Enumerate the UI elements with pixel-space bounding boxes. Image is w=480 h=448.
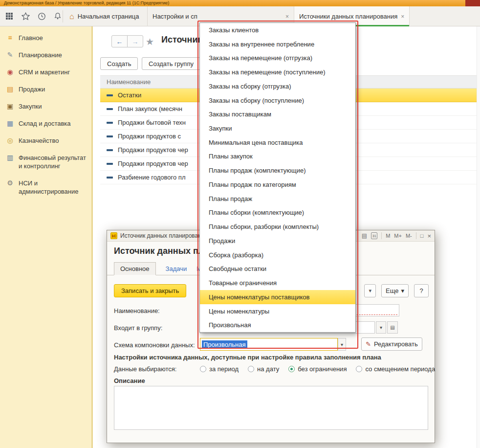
- row-label: План закупок (месячн: [118, 105, 182, 112]
- row-label: Продажи продуктов чер: [118, 160, 188, 167]
- dropdown-item-highlighted[interactable]: Цены номенклатуры поставщиков: [200, 290, 355, 304]
- tab-close-icon[interactable]: ×: [401, 13, 404, 20]
- schema-dropdown-list: Заказы клиентов Заказы на внутреннее пот…: [199, 22, 356, 333]
- dropdown-item[interactable]: Товарные ограничения: [200, 276, 355, 290]
- dropdown-item[interactable]: Планы продаж по категориям: [200, 178, 355, 192]
- window-close-button[interactable]: [465, 0, 480, 6]
- more-button[interactable]: Еще ▾: [381, 284, 409, 297]
- sidebar-item-admin[interactable]: НСИ и администрирование: [0, 175, 91, 200]
- description-label: Описание: [114, 377, 145, 384]
- data-source-icon: [107, 177, 113, 179]
- tab-close-icon[interactable]: ×: [285, 13, 289, 20]
- radio-icon: [248, 366, 254, 372]
- radio-option-no-limit[interactable]: без ограничения: [288, 365, 347, 373]
- row-label: Разбиение годового пл: [118, 174, 186, 181]
- create-group-button[interactable]: Создать группу: [142, 57, 200, 70]
- sidebar-item-label: НСИ и администрирование: [19, 179, 88, 196]
- sales-icon: [6, 85, 14, 93]
- sidebar-item-sales[interactable]: Продажи: [0, 81, 91, 98]
- data-source-icon: [107, 135, 113, 137]
- sidebar-item-treasury[interactable]: Казначейство: [0, 132, 91, 149]
- dropdown-item[interactable]: Свободные остатки: [200, 262, 355, 276]
- favorites-star-icon[interactable]: [20, 10, 31, 22]
- admin-icon: [6, 179, 14, 196]
- treasury-icon: [6, 136, 14, 145]
- save-and-close-button[interactable]: Записать и закрыть: [114, 284, 186, 297]
- help-button[interactable]: ?: [414, 284, 429, 297]
- back-button[interactable]: ←: [111, 35, 128, 47]
- group-dropdown-button[interactable]: ▾: [376, 321, 386, 334]
- edit-button[interactable]: Редактировать: [361, 337, 422, 351]
- more-button-label: Еще: [386, 287, 398, 294]
- window-title: Демонстрационная база / Управление торго…: [4, 0, 169, 5]
- dropdown-item[interactable]: Заказы на сборку (поступление): [200, 93, 355, 108]
- dropdown-item[interactable]: Планы продаж: [200, 192, 355, 206]
- dropdown-item[interactable]: Планы сборки, разборки (комплекты): [200, 220, 355, 234]
- dropdown-item[interactable]: Заказы поставщикам: [200, 107, 355, 121]
- calc-m-minus-button[interactable]: M-: [406, 233, 412, 239]
- sidebar-item-warehouse[interactable]: Склад и доставка: [0, 115, 91, 132]
- warehouse-icon: [6, 119, 14, 128]
- dropdown-item[interactable]: Заказы клиентов: [200, 23, 355, 37]
- tab-general[interactable]: Основное: [114, 262, 156, 275]
- header-separator: [416, 232, 416, 239]
- tab-label: Начальная страница: [78, 13, 139, 20]
- dialog-restore-button[interactable]: □: [420, 233, 424, 239]
- sidebar-item-crm[interactable]: CRM и маркетинг: [0, 64, 91, 81]
- history-icon[interactable]: [36, 10, 47, 22]
- group-open-button[interactable]: ▤: [387, 321, 398, 334]
- tab-tasks[interactable]: Задачи: [166, 263, 187, 275]
- data-source-icon: [107, 108, 113, 110]
- dropdown-item[interactable]: Планы закупок: [200, 150, 355, 164]
- settings-section-title: Настройки источника данных, доступные пр…: [114, 354, 429, 361]
- dropdown-item[interactable]: Заказы на перемещение (поступление): [200, 65, 355, 79]
- radio-icon: [356, 366, 362, 372]
- calc-m-button[interactable]: M: [386, 233, 390, 239]
- group-field-label: Входит в группу:: [114, 324, 162, 332]
- calc-m-plus-button[interactable]: M+: [394, 233, 402, 239]
- dropdown-item[interactable]: Планы продаж (комплектующие): [200, 163, 355, 178]
- tab-label: Источники данных планирования: [299, 13, 397, 20]
- dropdown-item[interactable]: Продажи: [200, 234, 355, 248]
- forward-button[interactable]: →: [127, 35, 143, 47]
- dropdown-item[interactable]: Сборка (разборка): [200, 248, 355, 262]
- dropdown-item[interactable]: Произвольная: [200, 318, 355, 332]
- sidebar-item-planning[interactable]: Планирование: [0, 46, 91, 64]
- sidebar-item-main[interactable]: Главное: [0, 29, 91, 46]
- data-source-icon: [107, 163, 113, 165]
- dropdown-item[interactable]: Заказы на перемещение (отгрузка): [200, 51, 355, 65]
- calendar-icon[interactable]: 31: [371, 232, 377, 239]
- dropdown-item[interactable]: Заказы на внутреннее потребление: [200, 37, 355, 51]
- dropdown-item[interactable]: Заказы на сборку (отгрузка): [200, 79, 355, 93]
- sidebar-item-label: Планирование: [19, 51, 62, 59]
- split-dropdown-button[interactable]: ▾: [364, 284, 376, 297]
- vertical-scrollbar[interactable]: [477, 26, 480, 448]
- planning-icon: [6, 51, 14, 59]
- radio-option-period[interactable]: за период: [200, 365, 239, 373]
- sidebar-item-purchases[interactable]: Закупки: [0, 98, 91, 115]
- dropdown-item[interactable]: Планы сборки (комплектующие): [200, 206, 355, 220]
- dropdown-item[interactable]: Минимальная цена поставщика: [200, 135, 355, 150]
- radio-option-date[interactable]: на дату: [248, 365, 279, 373]
- description-textarea[interactable]: [114, 386, 428, 430]
- schema-dropdown-button[interactable]: ▾: [338, 338, 346, 351]
- dialog-close-button[interactable]: ×: [427, 232, 431, 240]
- radio-option-period-shift[interactable]: со смещением периода: [356, 365, 435, 373]
- header-separator: [381, 232, 382, 239]
- data-source-icon: [107, 122, 113, 124]
- service-menu-icon[interactable]: [4, 10, 15, 22]
- sidebar-item-finance[interactable]: Финансовый результат и контроллинг: [0, 149, 91, 175]
- favorite-star-icon[interactable]: ★: [146, 36, 154, 47]
- schema-field-label: Схема компоновки данных:: [114, 341, 195, 349]
- create-button[interactable]: Создать: [100, 57, 138, 70]
- tab-home[interactable]: Начальная страница: [65, 6, 148, 26]
- row-label: Остатки: [118, 91, 141, 99]
- dropdown-item[interactable]: Закупки: [200, 121, 355, 135]
- dropdown-item[interactable]: Цены номенклатуры: [200, 304, 355, 318]
- row-label: Продажи бытовой техн: [118, 119, 186, 126]
- sidebar-item-label: CRM и маркетинг: [19, 68, 70, 76]
- notifications-bell-icon[interactable]: [52, 10, 63, 22]
- schema-combobox[interactable]: Произвольная: [200, 338, 338, 351]
- purchases-icon: [6, 102, 14, 111]
- journal-icon[interactable]: [362, 232, 367, 239]
